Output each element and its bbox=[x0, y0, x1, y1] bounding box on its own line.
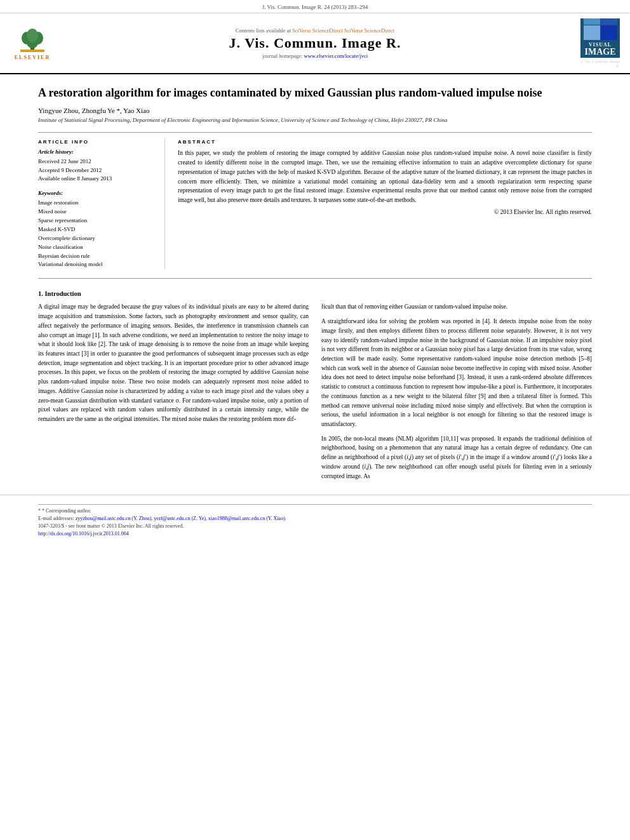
article-info-header: ARTICLE INFO bbox=[38, 139, 156, 145]
journal-title: J. Vis. Commun. Image R. bbox=[61, 35, 569, 51]
article-title: A restoration algorithm for images conta… bbox=[38, 86, 592, 100]
sciverse-line: Contents lists available at SciVerse Sci… bbox=[61, 27, 569, 34]
elsevier-tree-icon bbox=[15, 27, 50, 53]
authors-line: Yingyue Zhou, Zhongfu Ye *, Yao Xiao bbox=[38, 107, 592, 114]
visual-logo-area: VISUAL IMAGE REPRESENTATION J. Vis. Comm… bbox=[575, 18, 620, 68]
introduction-section: 1. Introduction bbox=[0, 279, 630, 297]
intro-para-right-1: ficult than that of removing either Gaus… bbox=[321, 302, 592, 312]
keywords-label: Keywords: bbox=[38, 190, 156, 196]
received-line: Received 22 June 2012 bbox=[38, 157, 156, 166]
body-right-column: ficult than that of removing either Gaus… bbox=[321, 302, 592, 486]
issn-note: 1047-3203/$ - see front matter © 2013 El… bbox=[38, 523, 592, 530]
section-title: 1. Introduction bbox=[38, 290, 592, 297]
abstract-column: ABSTRACT In this paper, we study the pro… bbox=[178, 139, 592, 269]
corresponding-note: * * Corresponding author. bbox=[38, 507, 592, 515]
journal-header: ELSEVIER Contents lists available at Sci… bbox=[0, 13, 630, 74]
keyword-sparse-representation: Sparse representation bbox=[38, 217, 156, 225]
footer-section: * * Corresponding author. E-mail address… bbox=[0, 495, 630, 540]
article-info-abstract-section: ARTICLE INFO Article history: Received 2… bbox=[0, 133, 630, 276]
intro-para-1: A digital image may be degraded because … bbox=[38, 302, 309, 423]
affiliation-text: Institute of Statistical Signal Processi… bbox=[38, 117, 592, 123]
svg-rect-5 bbox=[20, 50, 44, 52]
elsevier-logo: ELSEVIER bbox=[10, 27, 55, 60]
abstract-header: ABSTRACT bbox=[178, 139, 592, 145]
available-line: Available online 8 January 2013 bbox=[38, 175, 156, 183]
visual-logo-box: VISUAL IMAGE REPRESENTATION bbox=[580, 18, 620, 58]
visual-logo-subtitle: J. Vis. Commun. Image R. bbox=[580, 59, 620, 68]
keyword-masked-ksvd: Masked K-SVD bbox=[38, 225, 156, 234]
article-header-section: A restoration algorithm for images conta… bbox=[0, 74, 630, 123]
article-info-column: ARTICLE INFO Article history: Received 2… bbox=[38, 139, 165, 269]
body-left-column: A digital image may be degraded because … bbox=[38, 302, 309, 486]
copyright-text: © 2013 Elsevier Inc. All rights reserved… bbox=[178, 208, 592, 217]
sciverse-link[interactable]: SciVerse ScienceDirect bbox=[292, 27, 343, 34]
intro-para-right-2: A straightforward idea for solving the p… bbox=[321, 317, 592, 429]
footer-divider bbox=[38, 504, 592, 505]
keyword-variational-model: Variational denoising model bbox=[38, 260, 156, 269]
keywords-section: Keywords: Image restoration Mixed noise … bbox=[38, 190, 156, 270]
accepted-line: Accepted 9 December 2012 bbox=[38, 166, 156, 175]
abstract-text: In this paper, we study the problem of r… bbox=[178, 149, 592, 217]
email-note: E-mail addresses: zyyzhou@mail.ustc.edu.… bbox=[38, 515, 592, 523]
keyword-mixed-noise: Mixed noise bbox=[38, 208, 156, 217]
visual-label-bot: REPRESENTATION bbox=[580, 57, 620, 58]
article-history-label: Article history: bbox=[38, 149, 156, 155]
visual-label-mid: IMAGE bbox=[585, 48, 616, 57]
intro-para-right-3: In 2005, the non-local means (NLM) algor… bbox=[321, 434, 592, 481]
email-addresses: zyyzhou@mail.ustc.edu.cn (Y. Zhou), yezf… bbox=[76, 516, 286, 521]
body-two-col: A digital image may be degraded because … bbox=[0, 302, 630, 486]
citation-text: J. Vis. Commun. Image R. 24 (2013) 283–2… bbox=[262, 4, 368, 10]
homepage-url[interactable]: www.elsevier.com/locate/jvci bbox=[304, 53, 368, 59]
journal-homepage: journal homepage: www.elsevier.com/locat… bbox=[61, 53, 569, 59]
keyword-image-restoration: Image restoration bbox=[38, 199, 156, 208]
authors-text: Yingyue Zhou, Zhongfu Ye *, Yao Xiao bbox=[38, 107, 149, 114]
elsevier-text: ELSEVIER bbox=[15, 55, 50, 60]
keyword-overcomplete-dictionary: Overcomplete dictionary bbox=[38, 234, 156, 243]
easy-word: easy bbox=[248, 303, 258, 310]
doi-line[interactable]: http://dx.doi.org/10.1016/j.jvcir.2013.0… bbox=[38, 530, 592, 538]
keyword-bayesian-decision: Bayesian decision rule bbox=[38, 252, 156, 261]
top-citation-bar: J. Vis. Commun. Image R. 24 (2013) 283–2… bbox=[0, 0, 630, 13]
svg-point-4 bbox=[27, 29, 38, 43]
sciverse-link-text: SciVerse ScienceDirect bbox=[344, 27, 395, 34]
keyword-noise-classification: Noise classification bbox=[38, 243, 156, 252]
journal-title-area: Contents lists available at SciVerse Sci… bbox=[61, 27, 569, 59]
